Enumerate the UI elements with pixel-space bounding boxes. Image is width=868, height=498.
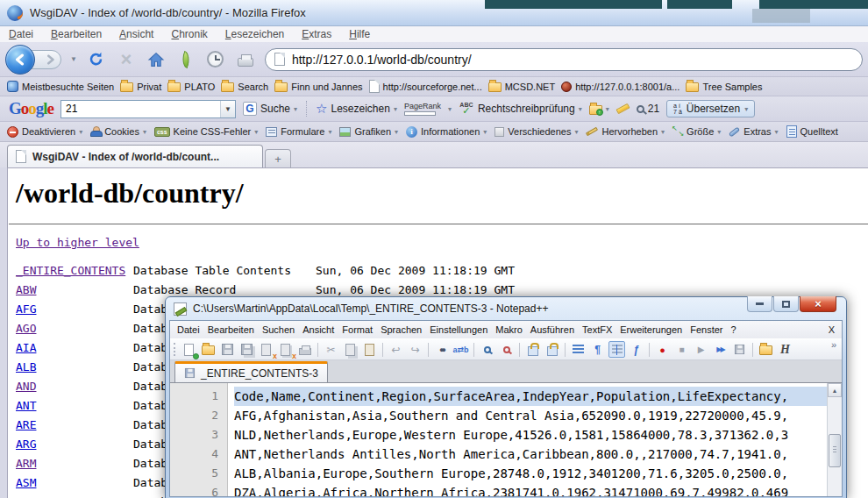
bookmark-sourceforge[interactable]: http://sourceforge.net... — [369, 80, 482, 93]
entry-link[interactable]: ALB — [16, 360, 36, 374]
close-file-icon[interactable]: x — [258, 341, 274, 358]
webdev-extras[interactable]: Extras▾ — [729, 126, 778, 137]
npp-menu-erweiterungen[interactable]: Erweiterungen — [620, 324, 682, 335]
notepadpp-editor[interactable]: 1 2 3 4 5 6 Code,Name,Continent,Region,S… — [170, 383, 842, 496]
indent-guide-icon[interactable] — [608, 341, 625, 358]
translate-button[interactable]: a í7 ä Übersetzen ▾ — [666, 100, 755, 117]
bookmark-most-visited[interactable]: Meistbesuchte Seiten — [7, 81, 114, 92]
url-input[interactable] — [292, 53, 853, 67]
maximize-button[interactable] — [773, 296, 799, 312]
print-button[interactable] — [235, 48, 256, 71]
npp-tab-entire-contents[interactable]: _ENTIRE_CONTENTS-3 — [174, 361, 328, 382]
npp-menu-ausfuehren[interactable]: Ausführen — [530, 324, 574, 335]
menu-chronik[interactable]: Chronik — [171, 28, 207, 40]
npp-menu-datei[interactable]: Datei — [177, 324, 200, 335]
doc-switcher-icon[interactable] — [758, 341, 774, 358]
bookmark-plato[interactable]: PLATO — [167, 81, 215, 92]
pagerank-indicator[interactable]: PageRank — [404, 103, 441, 116]
print-icon[interactable] — [296, 341, 313, 358]
zoom-in-icon[interactable] — [479, 341, 495, 358]
webdev-css[interactable]: cssKeine CSS-Fehler▾ — [154, 126, 258, 137]
tab-wsgidav[interactable]: WsgiDAV - Index of /world-db/count... — [7, 145, 263, 167]
stop-button[interactable]: × — [116, 48, 137, 71]
webdev-groesse[interactable]: Größe▾ — [672, 126, 721, 137]
close-all-icon[interactable]: x — [277, 341, 294, 358]
show-all-chars-icon[interactable]: ¶ — [589, 341, 606, 358]
vertical-scrollbar[interactable]: ▲ — [827, 383, 842, 496]
sync-h-scroll-icon[interactable] — [544, 341, 560, 358]
npp-menu-einstellungen[interactable]: Einstellungen — [430, 324, 487, 335]
search-dropdown-icon[interactable]: ▼ — [220, 101, 235, 117]
new-tab-button[interactable]: + — [265, 149, 291, 167]
entry-link[interactable]: ARG — [16, 438, 36, 451]
zoom-indicator[interactable]: 21 — [637, 103, 659, 115]
google-search-box[interactable]: ▼ — [60, 100, 236, 118]
feed-button[interactable] — [175, 48, 196, 71]
copy-icon[interactable] — [342, 341, 359, 358]
back-button[interactable] — [5, 45, 35, 75]
webdev-hervorheben[interactable]: Hervorheben▾ — [586, 126, 665, 137]
menu-extras[interactable]: Extras — [302, 28, 331, 40]
play-macro-icon[interactable]: ▶ — [693, 341, 709, 358]
entry-link[interactable]: AGO — [16, 322, 36, 335]
scroll-up-arrow-icon[interactable]: ▲ — [828, 383, 842, 397]
webdev-grafiken[interactable]: Grafiken▾ — [339, 126, 398, 137]
google-search-button[interactable]: GSuche▾ — [243, 102, 297, 116]
webdev-cookies[interactable]: Cookies▾ — [90, 126, 146, 137]
google-search-input[interactable] — [61, 103, 220, 115]
caret-icon[interactable]: ▾ — [448, 105, 452, 113]
replace-icon[interactable]: a⇄b — [452, 341, 469, 358]
bookmark-tree-samples[interactable]: Tree Samples — [686, 81, 762, 92]
menu-bearbeiten[interactable]: Bearbeiten — [51, 28, 102, 40]
paste-icon[interactable] — [361, 341, 378, 358]
entry-link[interactable]: AFG — [16, 302, 36, 316]
up-to-higher-level-link[interactable]: Up to higher level — [16, 236, 139, 249]
bookmark-localhost-8001[interactable]: http://127.0.0.1:8001/a... — [561, 82, 679, 92]
menu-hilfe[interactable]: Hilfe — [349, 28, 370, 40]
toolbar-overflow-chevron[interactable]: » — [831, 339, 836, 350]
sync-v-scroll-icon[interactable] — [524, 341, 541, 358]
npp-menu-help[interactable]: ? — [730, 324, 736, 335]
notepadpp-titlebar[interactable]: C:\Users\Martin\AppData\Local\Temp\_ENTI… — [169, 297, 843, 320]
menu-ansicht[interactable]: Ansicht — [119, 28, 153, 40]
webdev-formulare[interactable]: Formulare▾ — [266, 126, 331, 137]
npp-menu-ansicht[interactable]: Ansicht — [302, 324, 334, 335]
menu-datei[interactable]: Datei — [9, 28, 33, 40]
code-area[interactable]: Code,Name,Continent,Region,SurfaceArea,I… — [228, 383, 842, 496]
undo-icon[interactable]: ↩ — [388, 341, 404, 358]
cut-icon[interactable]: ✂ — [323, 341, 339, 358]
save-all-icon[interactable] — [238, 341, 255, 358]
bookmark-search[interactable]: Search — [221, 81, 268, 92]
entry-link[interactable]: AND — [16, 380, 36, 393]
npp-menu-sprachen[interactable]: Sprachen — [381, 324, 422, 335]
minimize-button[interactable] — [747, 296, 772, 312]
new-file-icon[interactable] — [181, 341, 197, 358]
webdev-informationen[interactable]: iInformationen▾ — [406, 126, 487, 138]
redo-icon[interactable]: ↪ — [407, 341, 423, 358]
word-wrap-icon[interactable] — [570, 341, 587, 358]
bookmark-privat[interactable]: Privat — [120, 81, 161, 92]
npp-menu-format[interactable]: Format — [342, 324, 373, 335]
spellcheck-button[interactable]: ABC✓ Rechtschreibprüfung ▾ — [459, 102, 582, 116]
scrollbar-thumb[interactable] — [829, 434, 841, 467]
webdev-verschiedenes[interactable]: Verschiedenes▾ — [494, 126, 578, 137]
bookmark-mcsd-net[interactable]: MCSD.NET — [488, 81, 555, 92]
record-macro-icon[interactable]: ● — [654, 341, 671, 358]
reload-button[interactable] — [86, 48, 107, 71]
run-macro-multiple-icon[interactable]: ▶▶ — [712, 341, 729, 358]
webdev-deaktivieren[interactable]: Deaktivieren▾ — [7, 126, 82, 138]
npp-menu-makro[interactable]: Makro — [495, 324, 523, 335]
npp-doc-close-x[interactable]: X — [829, 324, 835, 335]
function-list-icon[interactable]: ƒ — [628, 341, 644, 358]
home-button[interactable] — [146, 48, 167, 71]
stop-macro-icon[interactable]: ■ — [673, 341, 690, 358]
entry-link[interactable]: AIA — [16, 341, 36, 354]
npp-menu-fenster[interactable]: Fenster — [690, 324, 722, 335]
find-icon[interactable]: ●● — [433, 341, 450, 358]
webdev-quelltext[interactable]: Quelltext — [786, 125, 838, 138]
forward-button[interactable] — [32, 50, 61, 69]
html-preview-icon[interactable]: H — [777, 341, 793, 358]
send-to-button[interactable]: ↑▾ — [589, 103, 609, 115]
entry-link[interactable]: _ENTIRE_CONTENTS — [16, 264, 125, 277]
google-bookmarks-button[interactable]: ☆Lesezeichen▾ — [316, 101, 397, 117]
